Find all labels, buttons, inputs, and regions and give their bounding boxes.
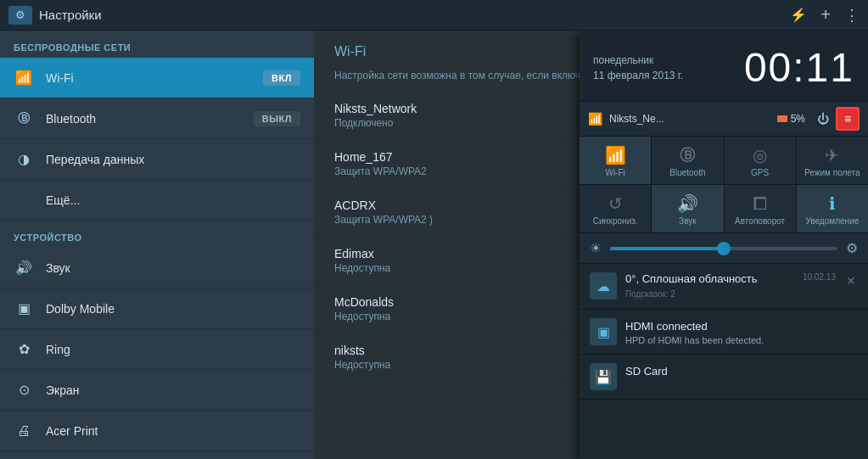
sound-icon: 🔊 <box>14 260 34 276</box>
notification-weather: ☁ 0°, Сплошная облачность 10.02.13 Подск… <box>580 264 868 310</box>
notification-panel: понедельник 11 февраля 2013 г. 00:11 📶 N… <box>580 31 868 459</box>
content-area: Wi-Fi Настройка сети возможна в том случ… <box>314 31 868 459</box>
notif-hdmi-content: HDMI connected HPD of HDMI has been dete… <box>625 318 858 345</box>
sidebar-item-data[interactable]: ◑ Передача данных <box>0 139 314 180</box>
sidebar-item-dolby[interactable]: ▣ Dolby Mobile <box>0 288 314 329</box>
dolby-label: Dolby Mobile <box>46 302 300 316</box>
wifi-icon: 📶 <box>14 70 34 86</box>
sidebar-item-bluetooth[interactable]: Ⓑ Bluetooth ВЫКЛ <box>0 98 314 139</box>
sidebar-item-sound[interactable]: 🔊 Звук <box>0 248 314 288</box>
data-label: Передача данных <box>46 153 300 166</box>
wifi-toggle[interactable]: ВКЛ <box>263 70 300 86</box>
power-icon[interactable]: ⏻ <box>817 112 829 126</box>
qt-sync-icon: ↺ <box>608 193 623 214</box>
quick-toggle-notification[interactable]: ℹ Уведомление <box>797 185 868 232</box>
overflow-menu-icon[interactable]: ⋮ <box>844 6 860 25</box>
sidebar-item-ring[interactable]: ✿ Ring <box>0 329 314 370</box>
sdcard-icon: 💾 <box>590 363 617 390</box>
qt-bluetooth-label: Bluetooth <box>669 168 705 177</box>
brightness-thumb[interactable] <box>717 242 731 255</box>
quick-toggle-rotate[interactable]: ⧠ Автоповорот <box>725 185 797 232</box>
clock-date: понедельник 11 февраля 2013 г. <box>593 53 683 83</box>
notif-weather-time: 10.02.13 <box>803 272 836 282</box>
brightness-slider[interactable] <box>610 247 837 250</box>
panel-network-name: Niksts_Ne... <box>609 113 770 125</box>
brightness-settings-icon[interactable]: ⚙ <box>846 240 858 256</box>
wifi-label: Wi-Fi <box>46 71 263 85</box>
ring-label: Ring <box>46 343 300 356</box>
notif-weather-title: 0°, Сплошная облачность <box>625 272 758 285</box>
top-bar-actions: ⚡ + ⋮ <box>790 5 860 25</box>
quick-toggles-row1: 📶 Wi-Fi Ⓑ Bluetooth ◎ GPS ✈ Режим полета <box>580 137 868 185</box>
qt-rotate-icon: ⧠ <box>752 194 769 214</box>
quick-toggle-bluetooth[interactable]: Ⓑ Bluetooth <box>652 137 724 184</box>
app-icon: ⚙ <box>8 6 32 25</box>
qt-wifi-label: Wi-Fi <box>605 168 624 177</box>
battery-block <box>777 115 787 122</box>
sidebar-item-memory[interactable]: ▦ Память <box>0 451 314 459</box>
notif-hdmi-body: HPD of HDMI has been detected. <box>625 335 858 345</box>
qt-notif-icon: ℹ <box>829 193 836 214</box>
app-title: Настройки <box>39 8 790 22</box>
qt-bluetooth-icon: Ⓑ <box>680 145 695 165</box>
sidebar: БЕСПРОВОДНЫЕ СЕТИ 📶 Wi-Fi ВКЛ Ⓑ Bluetoot… <box>0 31 314 459</box>
quick-toggle-sound[interactable]: 🔊 Звук <box>652 185 724 232</box>
qt-sound-icon: 🔊 <box>677 193 698 214</box>
weather-icon: ☁ <box>590 272 617 299</box>
more-label: Ещё... <box>14 193 300 207</box>
data-icon: ◑ <box>14 151 34 167</box>
clock-time: 00:11 <box>744 44 854 91</box>
brightness-row: ☀ ⚙ <box>580 233 868 264</box>
notif-weather-content: 0°, Сплошная облачность 10.02.13 Подсказ… <box>625 272 836 300</box>
lightning-icon[interactable]: ⚡ <box>790 7 807 23</box>
sidebar-item-more[interactable]: Ещё... <box>0 180 314 221</box>
qt-gps-label: GPS <box>751 168 769 177</box>
notif-weather-body: Подсказок: 2 <box>625 289 675 299</box>
bluetooth-toggle[interactable]: ВЫКЛ <box>254 111 300 126</box>
main-layout: БЕСПРОВОДНЫЕ СЕТИ 📶 Wi-Fi ВКЛ Ⓑ Bluetoot… <box>0 31 868 459</box>
battery-percent: 5% <box>791 113 805 125</box>
sidebar-item-wifi[interactable]: 📶 Wi-Fi ВКЛ <box>0 58 314 98</box>
print-label: Acer Print <box>46 424 300 438</box>
qt-wifi-icon: 📶 <box>605 145 626 165</box>
notif-sdcard-content: SD Card <box>625 363 858 378</box>
qt-sync-label: Синхрониз. <box>593 216 638 226</box>
qt-gps-icon: ◎ <box>753 145 767 165</box>
add-icon[interactable]: + <box>820 5 831 25</box>
brightness-fill <box>610 247 724 250</box>
sound-label: Звук <box>46 261 300 275</box>
panel-settings-button[interactable]: ≡ <box>836 107 860 131</box>
bluetooth-icon: Ⓑ <box>14 111 34 126</box>
panel-wifi-icon: 📶 <box>588 112 602 126</box>
qt-rotate-label: Автоповорот <box>735 216 785 226</box>
quick-toggle-wifi[interactable]: 📶 Wi-Fi <box>580 137 652 184</box>
battery-indicator: 5% <box>777 113 805 125</box>
notification-hdmi: ▣ HDMI connected HPD of HDMI has been de… <box>580 310 868 355</box>
sidebar-section-wireless: БЕСПРОВОДНЫЕ СЕТИ <box>0 31 314 58</box>
brightness-low-icon: ☀ <box>590 240 602 256</box>
clock-section: понедельник 11 февраля 2013 г. 00:11 <box>580 31 868 102</box>
notif-weather-close[interactable]: ✕ <box>844 272 858 289</box>
notification-sdcard: 💾 SD Card <box>580 355 868 400</box>
top-bar: ⚙ Настройки ⚡ + ⋮ <box>0 0 868 31</box>
dolby-icon: ▣ <box>14 300 34 316</box>
sidebar-item-acer-print[interactable]: 🖨 Acer Print <box>0 411 314 451</box>
notif-weather-meta: 0°, Сплошная облачность 10.02.13 <box>625 272 836 285</box>
qt-notif-label: Уведомление <box>806 216 860 226</box>
quick-toggle-sync[interactable]: ↺ Синхрониз. <box>580 185 652 232</box>
bluetooth-label: Bluetooth <box>46 112 254 126</box>
notif-sdcard-title: SD Card <box>625 365 668 378</box>
qt-airplane-label: Режим полета <box>804 168 860 177</box>
notif-hdmi-title: HDMI connected <box>625 320 708 333</box>
sidebar-section-device: УСТРОЙСТВО <box>0 221 314 248</box>
print-icon: 🖨 <box>14 423 34 439</box>
panel-status-bar: 📶 Niksts_Ne... 5% ⏻ ≡ <box>580 102 868 137</box>
sidebar-item-screen[interactable]: ⊙ Экран <box>0 370 314 411</box>
quick-toggle-airplane[interactable]: ✈ Режим полета <box>797 137 868 184</box>
screen-icon: ⊙ <box>14 382 34 398</box>
hdmi-icon: ▣ <box>590 318 617 345</box>
quick-toggles-row2: ↺ Синхрониз. 🔊 Звук ⧠ Автоповорот ℹ Увед… <box>580 185 868 233</box>
quick-toggle-gps[interactable]: ◎ GPS <box>725 137 797 184</box>
qt-airplane-icon: ✈ <box>825 145 839 165</box>
screen-label: Экран <box>46 383 300 397</box>
